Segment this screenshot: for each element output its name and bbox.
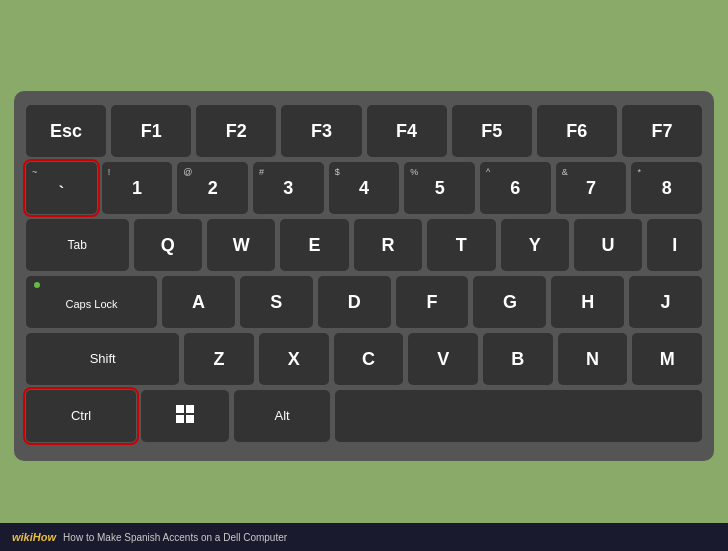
qwerty-row: Tab Q W E R T Y U I [26,219,702,271]
key-f[interactable]: F [396,276,469,328]
svg-rect-1 [186,405,194,413]
key-w[interactable]: W [207,219,275,271]
key-4[interactable]: $ 4 [329,162,400,214]
key-shift[interactable]: Shift [26,333,179,385]
number-key-row: ~ ` ! 1 @ 2 # 3 $ 4 % 5 [26,162,702,214]
key-f2[interactable]: F2 [196,105,276,157]
key-e[interactable]: E [280,219,348,271]
footer-bar: wikiHow How to Make Spanish Accents on a… [0,523,728,551]
key-f3[interactable]: F3 [281,105,361,157]
key-windows[interactable] [141,390,229,442]
key-space[interactable] [335,390,702,442]
key-caps-lock[interactable]: Caps Lock [26,276,157,328]
key-f6[interactable]: F6 [537,105,617,157]
key-1[interactable]: ! 1 [102,162,173,214]
windows-icon [175,404,195,427]
key-7[interactable]: & 7 [556,162,627,214]
key-alt[interactable]: Alt [234,390,329,442]
key-m[interactable]: M [632,333,702,385]
key-f7[interactable]: F7 [622,105,702,157]
key-v[interactable]: V [408,333,478,385]
fn-key-row: Esc F1 F2 F3 F4 F5 F6 F7 [26,105,702,157]
key-2[interactable]: @ 2 [177,162,248,214]
svg-rect-3 [186,415,194,423]
key-t[interactable]: T [427,219,495,271]
key-g[interactable]: G [473,276,546,328]
key-d[interactable]: D [318,276,391,328]
key-i[interactable]: I [647,219,702,271]
key-n[interactable]: N [558,333,628,385]
key-b[interactable]: B [483,333,553,385]
key-8[interactable]: * 8 [631,162,702,214]
key-f1[interactable]: F1 [111,105,191,157]
footer-title: How to Make Spanish Accents on a Dell Co… [63,532,287,543]
key-h[interactable]: H [551,276,624,328]
key-5[interactable]: % 5 [404,162,475,214]
svg-rect-0 [176,405,184,413]
key-a[interactable]: A [162,276,235,328]
asdf-row: Caps Lock A S D F G H J [26,276,702,328]
key-3[interactable]: # 3 [253,162,324,214]
key-j[interactable]: J [629,276,702,328]
bottom-row: Ctrl Alt [26,390,702,442]
caps-lock-led [34,282,40,288]
key-x[interactable]: X [259,333,329,385]
key-f4[interactable]: F4 [367,105,447,157]
key-ctrl[interactable]: Ctrl [26,390,136,442]
key-tab[interactable]: Tab [26,219,129,271]
key-6[interactable]: ^ 6 [480,162,551,214]
key-u[interactable]: U [574,219,642,271]
key-q[interactable]: Q [134,219,202,271]
keyboard: Esc F1 F2 F3 F4 F5 F6 F7 [14,91,714,461]
key-s[interactable]: S [240,276,313,328]
zxcv-row: Shift Z X C V B N M [26,333,702,385]
svg-rect-2 [176,415,184,423]
key-z[interactable]: Z [184,333,254,385]
wikihow-logo: wikiHow How to Make Spanish Accents on a… [12,531,287,543]
key-tilde[interactable]: ~ ` [26,162,97,214]
key-f5[interactable]: F5 [452,105,532,157]
key-c[interactable]: C [334,333,404,385]
key-y[interactable]: Y [501,219,569,271]
key-r[interactable]: R [354,219,422,271]
key-esc[interactable]: Esc [26,105,106,157]
